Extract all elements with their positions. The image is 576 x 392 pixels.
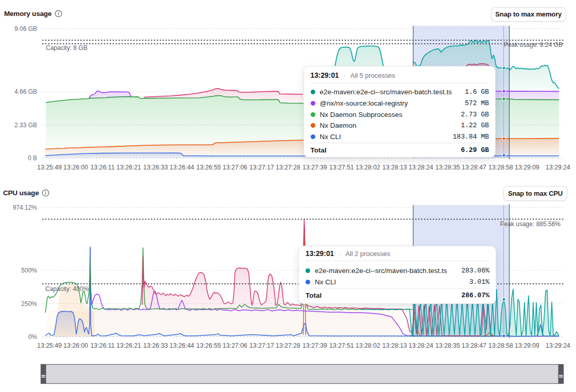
svg-text:13:28:35: 13:28:35 [435, 164, 460, 171]
svg-text:Capacity: 8 GB: Capacity: 8 GB [46, 44, 88, 52]
svg-text:13:26:11: 13:26:11 [91, 164, 115, 171]
svg-text:13:28:13: 13:28:13 [382, 342, 407, 349]
svg-text:2.33 GB: 2.33 GB [14, 122, 37, 129]
svg-text:13:29:24: 13:29:24 [546, 164, 570, 171]
svg-text:13:29:09: 13:29:09 [515, 164, 539, 171]
svg-text:13:26:44: 13:26:44 [170, 164, 194, 171]
svg-text:13:28:58: 13:28:58 [488, 164, 513, 171]
svg-text:250%: 250% [21, 300, 37, 308]
svg-text:13:28:58: 13:28:58 [488, 342, 513, 349]
svg-text:13:27:39: 13:27:39 [302, 164, 327, 171]
svg-text:13:26:21: 13:26:21 [116, 342, 141, 349]
svg-text:13:27:17: 13:27:17 [249, 342, 274, 349]
svg-text:13:27:51: 13:27:51 [329, 164, 354, 171]
svg-text:500%: 500% [21, 267, 37, 274]
svg-text:0%: 0% [28, 333, 38, 340]
svg-text:13:28:24: 13:28:24 [409, 342, 433, 349]
svg-text:13:28:02: 13:28:02 [355, 164, 380, 171]
svg-text:13:28:47: 13:28:47 [462, 164, 486, 171]
svg-text:13:27:06: 13:27:06 [223, 164, 247, 171]
svg-text:13:26:55: 13:26:55 [196, 342, 221, 349]
svg-text:9.06 GB: 9.06 GB [14, 25, 37, 32]
svg-text:13:25:49: 13:25:49 [37, 342, 62, 349]
svg-text:13:27:39: 13:27:39 [302, 342, 327, 349]
svg-text:13:28:13: 13:28:13 [382, 164, 407, 171]
svg-text:13:26:00: 13:26:00 [63, 164, 88, 171]
svg-text:13:26:21: 13:26:21 [116, 164, 141, 171]
svg-text:13:26:00: 13:26:00 [63, 342, 88, 349]
svg-text:4.66 GB: 4.66 GB [14, 88, 37, 95]
svg-text:13:27:28: 13:27:28 [276, 342, 300, 349]
svg-text:13:28:35: 13:28:35 [435, 342, 460, 349]
svg-text:13:27:51: 13:27:51 [329, 342, 354, 349]
svg-text:13:29:09: 13:29:09 [515, 342, 539, 349]
svg-text:974.12%: 974.12% [13, 204, 38, 211]
svg-text:Peak usage: 8.24 GB: Peak usage: 8.24 GB [504, 41, 563, 48]
svg-text:13:26:33: 13:26:33 [143, 342, 168, 349]
svg-text:13:27:06: 13:27:06 [223, 342, 247, 349]
svg-text:13:25:49: 13:25:49 [37, 164, 62, 171]
svg-text:13:29:24: 13:29:24 [546, 342, 570, 349]
svg-text:13:27:28: 13:27:28 [276, 164, 300, 171]
svg-text:13:27:17: 13:27:17 [249, 164, 274, 171]
svg-text:13:26:11: 13:26:11 [91, 342, 115, 349]
svg-text:13:28:02: 13:28:02 [355, 342, 380, 349]
svg-text:13:26:44: 13:26:44 [170, 342, 194, 349]
svg-text:13:26:55: 13:26:55 [196, 164, 221, 171]
svg-text:13:28:24: 13:28:24 [409, 164, 433, 171]
svg-text:Capacity: 400%: Capacity: 400% [45, 285, 89, 293]
svg-text:0 B: 0 B [28, 155, 37, 162]
svg-text:13:28:47: 13:28:47 [462, 342, 486, 349]
svg-text:13:26:33: 13:26:33 [143, 164, 168, 171]
